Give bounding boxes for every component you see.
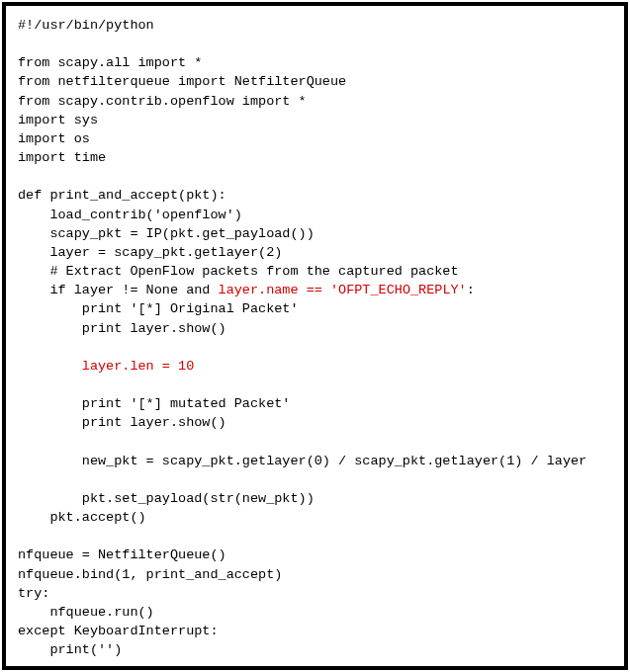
highlighted-mutation: layer.len = 10: [82, 359, 194, 374]
code-line: new_pkt = scapy_pkt.getlayer(0) / scapy_…: [18, 454, 586, 468]
code-line: from scapy.contrib.openflow import *: [18, 94, 307, 109]
code-line: def print_and_accept(pkt):: [18, 188, 226, 203]
code-container: #!/usr/bin/python from scapy.all import …: [2, 2, 628, 670]
code-line-colon: :: [467, 283, 475, 297]
code-line: # Extract OpenFlow packets from the capt…: [18, 264, 459, 279]
code-line: nfqueue.bind(1, print_and_accept): [18, 567, 282, 582]
code-line: try:: [18, 586, 49, 601]
code-line: except KeyboardInterrupt:: [18, 624, 219, 638]
code-line: import os: [18, 131, 90, 146]
code-line: print '[*] Original Packet': [18, 301, 299, 316]
highlighted-condition: layer.name == 'OFPT_ECHO_REPLY': [219, 283, 467, 297]
code-line: from netfilterqueue import NetfilterQueu…: [18, 74, 346, 89]
code-line-indent: [18, 359, 82, 374]
code-line: print(''): [18, 642, 122, 657]
code-block: #!/usr/bin/python from scapy.all import …: [18, 16, 612, 670]
code-line: layer = scapy_pkt.getlayer(2): [18, 245, 282, 260]
code-line: load_contrib('openflow'): [18, 208, 242, 222]
code-line: nfqueue = NetfilterQueue(): [18, 547, 226, 562]
code-line: pkt.accept(): [18, 510, 146, 525]
code-line: import time: [18, 150, 106, 165]
code-line-if-fragment: if layer != None and: [18, 283, 219, 297]
code-line: scapy_pkt = IP(pkt.get_payload()): [18, 226, 315, 241]
code-line: nfqueue.run(): [18, 605, 154, 620]
code-line: pkt.set_payload(str(new_pkt)): [18, 491, 315, 506]
code-line: import sys: [18, 113, 98, 127]
code-line: print layer.show(): [18, 415, 226, 430]
code-line: print layer.show(): [18, 321, 226, 336]
code-line: print '[*] mutated Packet': [18, 396, 290, 411]
code-line: #!/usr/bin/python: [18, 18, 154, 33]
code-line: from scapy.all import *: [18, 55, 202, 70]
